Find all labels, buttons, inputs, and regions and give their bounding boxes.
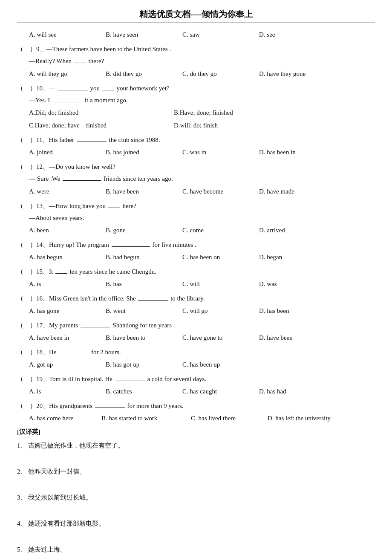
opt-17c: C. have gone to: [182, 331, 251, 344]
question-block-16: （ ）16、Miss Green isn't in the office. Sh…: [17, 293, 375, 317]
question-block-19: （ ）19、Tom is ill in hospital. He a cold …: [17, 373, 375, 398]
opt-20d: D. has left the university: [268, 412, 331, 425]
q-line-10: （ ）10、— you your homework yet?: [17, 83, 375, 94]
q-line-14: （ ）14、Hurry up! The program for five min…: [17, 239, 375, 251]
opt-12c: C. have become: [182, 185, 251, 198]
paren-20: （ ）20、His grandparents for more than 9 y…: [17, 400, 184, 412]
sub-line-9: —Really? When there?: [29, 55, 375, 67]
q-line-17: （ ）17、My parents Shandong for ten years …: [17, 320, 375, 331]
question-block-9: （ ）9、—These farmers have been to the Uni…: [17, 43, 375, 80]
options-13: A. been B. gone C. come D. arrived: [29, 224, 375, 237]
opt-16d: D. has been: [259, 304, 327, 317]
opt-19d: D. has had: [259, 385, 327, 398]
opt-13b: B. gone: [106, 224, 174, 237]
opt-19b: B. catches: [106, 385, 174, 398]
translation-text-1: 1、 吉姆已做完作业，他现在有空了。: [17, 439, 375, 453]
opt-11a: A. joined: [29, 146, 97, 159]
paren-15: （ ）15、It ten years since he came Chengdu…: [17, 266, 156, 278]
option-b: B. have seen: [106, 28, 174, 41]
blank-9: [74, 63, 86, 63]
question-block-15: （ ）15、It ten years since he came Chengdu…: [17, 266, 375, 290]
translation-item-3: 3、 我父亲以前到过长城。: [17, 491, 375, 514]
question-block-13: （ ）13、—How long have you here? —About se…: [17, 200, 375, 237]
opt-13c: C. come: [182, 224, 251, 237]
opt-15a: A. is: [29, 278, 97, 290]
translation-item-4: 4、 她还没有看过那部新电影。: [17, 517, 375, 540]
translation-title: [汉译英]: [17, 428, 375, 436]
opt-11c: C. was in: [182, 146, 251, 159]
options-19: A. is B. catches C. has caught D. has ha…: [29, 385, 375, 398]
translation-text-4: 4、 她还没有看过那部新电影。: [17, 517, 375, 531]
options-14: A. has begun B. had begun C. has been on…: [29, 251, 375, 263]
opt-13a: A. been: [29, 224, 97, 237]
opt-19a: A. is: [29, 385, 97, 398]
opt-14b: B. had begun: [106, 251, 174, 263]
blank-10a: [58, 90, 88, 90]
opt-14c: C. has been on: [182, 251, 251, 263]
page-title: 精选优质文档----倾情为你奉上: [17, 9, 375, 23]
question-block-12: （ ）12、—Do you know her well? — Sure .We …: [17, 161, 375, 198]
question-block-11: （ ）11、His father the club since 1988. A.…: [17, 134, 375, 159]
opt-14d: D. began: [259, 251, 327, 263]
opt-13d: D. arrived: [259, 224, 327, 237]
opt-9d: D. have they gone: [259, 67, 327, 80]
question-block-20: （ ）20、His grandparents for more than 9 y…: [17, 400, 375, 425]
question-block-17: （ ）17、My parents Shandong for ten years …: [17, 320, 375, 344]
translation-text-3: 3、 我父亲以前到过长城。: [17, 491, 375, 505]
opt-12b: B. have been: [106, 185, 174, 198]
options-17: A. have been in B. have been to C. have …: [29, 331, 375, 344]
options-18: A. got up B. has got up C. has been up: [29, 358, 375, 371]
opt-16b: B. went: [106, 304, 174, 317]
opt-10d: D.will; do; finish: [174, 119, 218, 132]
opt-11d: D. has been in: [259, 146, 327, 159]
blank-12: [63, 180, 101, 181]
opt-16a: A. has gone: [29, 304, 97, 317]
opt-20c: C. has lived there: [191, 412, 263, 425]
q-line-19: （ ）19、Tom is ill in hospital. He a cold …: [17, 373, 375, 385]
blank-19: [115, 381, 145, 381]
opt-10a: A.Did; do; finished: [29, 106, 157, 119]
option-c: C. saw: [182, 28, 251, 41]
options-20: A. has come here B. has started to work …: [29, 412, 375, 425]
options-line: A. will see B. have seen C. saw D. see: [29, 28, 375, 41]
paren-10: （ ）10、— you your homework yet?: [17, 83, 170, 94]
q-line-15: （ ）15、It ten years since he came Chengdu…: [17, 266, 375, 278]
paren-17: （ ）17、My parents Shandong for ten years …: [17, 320, 175, 331]
paren-9: （ ）9、—These farmers have been to the Uni…: [17, 43, 171, 55]
options-9: A. will they go B. did they go C. do the…: [29, 67, 375, 80]
opt-9b: B. did they go: [106, 67, 174, 80]
opt-12d: D. have made: [259, 185, 327, 198]
blank-17: [81, 327, 110, 327]
sub-line-13: —About seven years.: [29, 212, 375, 224]
opt-11b: B. has joined: [106, 146, 174, 159]
blank-18: [59, 354, 89, 354]
blank-13: [108, 208, 120, 208]
q-line-18: （ ）18、He for 2 hours.: [17, 347, 375, 358]
q-line-9: （ ）9、—These farmers have been to the Uni…: [17, 43, 375, 55]
translation-item-2: 2、 他昨天收到一封信。: [17, 465, 375, 488]
blank-11: [77, 142, 107, 142]
translation-item-1: 1、 吉姆已做完作业，他现在有空了。: [17, 439, 375, 462]
opt-15b: B. has: [106, 278, 174, 290]
translation-item-5: 5、 她去过上海。: [17, 543, 375, 555]
paren-12: （ ）12、—Do you know her well?: [17, 161, 115, 173]
sub-line-12: — Sure .We friends since ten years ago.: [29, 173, 375, 185]
opt-18b: B. has got up: [106, 358, 174, 371]
opt-14a: A. has begun: [29, 251, 97, 263]
blank-20: [95, 408, 125, 408]
blank-15: [55, 273, 67, 274]
q-line-16: （ ）16、Miss Green isn't in the office. Sh…: [17, 293, 375, 304]
options-12: A. were B. have been C. have become D. h…: [29, 185, 375, 198]
opt-19c: C. has caught: [182, 385, 251, 398]
sub-line-10: —Yes. I it a moment ago.: [29, 94, 375, 107]
opt-18c: C. has been up: [182, 358, 251, 371]
blank-10c: [52, 102, 82, 102]
q-line-11: （ ）11、His father the club since 1988.: [17, 134, 375, 146]
paren-16: （ ）16、Miss Green isn't in the office. Sh…: [17, 293, 205, 304]
blank-16: [138, 300, 168, 301]
translation-text-2: 2、 他昨天收到一封信。: [17, 465, 375, 479]
opt-10c: C.Have; done; have finished: [29, 119, 157, 132]
opt-9a: A. will they go: [29, 67, 97, 80]
opt-16c: C. will go: [182, 304, 251, 317]
paren-18: （ ）18、He for 2 hours.: [17, 347, 121, 358]
